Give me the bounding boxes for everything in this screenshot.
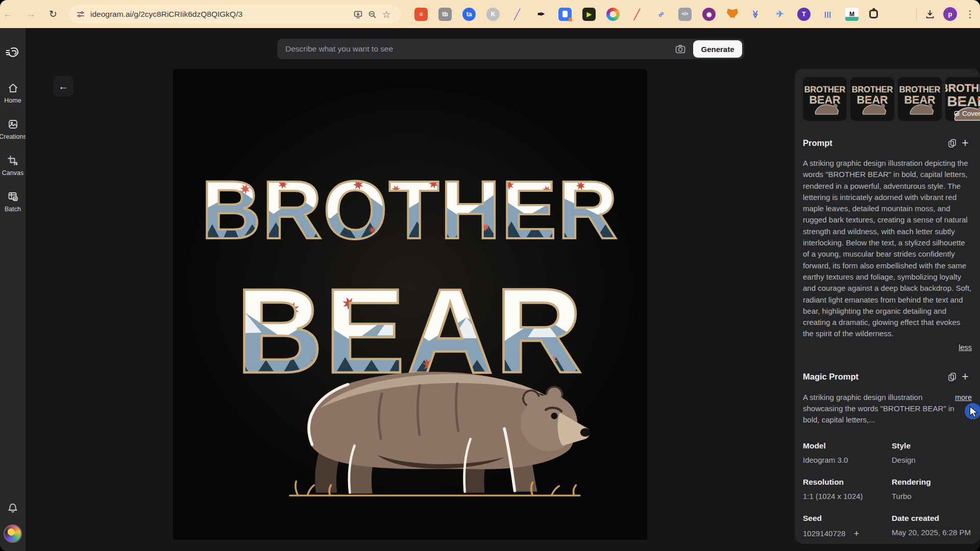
- metamask-icon[interactable]: [726, 9, 739, 20]
- zoom-out-icon[interactable]: [365, 10, 379, 19]
- meta-model: Model Ideogram 3.0: [803, 441, 892, 464]
- thumbnail-3[interactable]: [898, 77, 942, 121]
- toolbar-separator: [916, 9, 917, 20]
- sidebar-item-label: Canvas: [2, 169, 23, 177]
- notifications-bell-icon[interactable]: [7, 502, 19, 514]
- sidebar-item-creations[interactable]: Creations: [0, 118, 26, 140]
- sidebar-item-label: Batch: [5, 206, 21, 213]
- sidebar-item-batch[interactable]: Batch: [5, 191, 21, 213]
- meta-style: Style Design: [892, 441, 972, 464]
- purple-pen-icon[interactable]: ╱: [510, 8, 524, 21]
- ideogram-logo-icon[interactable]: [5, 45, 20, 61]
- magic-prompt-text: more A striking graphic design illustrat…: [803, 392, 972, 426]
- browser-profile-avatar[interactable]: p: [943, 7, 957, 21]
- copy-prompt-icon[interactable]: [945, 136, 959, 149]
- thumbnail-strip: Cover: [803, 77, 972, 121]
- play-icon[interactable]: ▶: [582, 8, 596, 21]
- meta-date-created: Date created May 20, 2025, 6:28 PM: [892, 514, 972, 539]
- browser-toolbar: ← → ↻ ideogram.ai/g/2cyc8RiCRIik6dzQ8QIG…: [0, 0, 980, 28]
- puzzle-icon[interactable]: [869, 10, 878, 18]
- browser-right-controls: p ⋮: [916, 0, 975, 28]
- chevrons-icon[interactable]: ≫: [749, 8, 763, 21]
- red-pen-icon[interactable]: ╱: [630, 8, 644, 21]
- sidebar-item-label: Home: [4, 97, 21, 104]
- screen: BROTHER BEAR ← → ↻ ideogram.ai/g/2cyc8Ri…: [0, 0, 980, 551]
- downloads-icon[interactable]: [925, 9, 935, 19]
- meta-rendering: Rendering Turbo: [892, 478, 972, 500]
- send-to-device-icon[interactable]: [351, 10, 365, 19]
- eye-icon[interactable]: ◉: [702, 8, 716, 21]
- sidebar-bottom: [0, 502, 26, 543]
- browser-back-icon[interactable]: ←: [3, 9, 13, 19]
- generate-button[interactable]: Generate: [693, 40, 742, 58]
- m-icon[interactable]: M: [845, 8, 859, 21]
- details-panel: Cover Prompt + A striking graphic design…: [795, 69, 980, 544]
- cover-badge: Cover: [945, 110, 980, 117]
- eyedropper-icon[interactable]: ✒: [534, 8, 548, 21]
- ta-icon[interactable]: ta: [462, 8, 476, 21]
- thumbnail-1[interactable]: [803, 77, 847, 121]
- browser-menu-icon[interactable]: ⋮: [965, 9, 975, 19]
- meta-resolution: Resolution 1:1 (1024 x 1024): [803, 478, 892, 500]
- sidebar-item-canvas[interactable]: Canvas: [2, 155, 23, 177]
- color-wheel-icon[interactable]: [606, 8, 620, 21]
- home-icon: [7, 82, 19, 94]
- fist-icon[interactable]: [558, 8, 572, 21]
- meta-seed: Seed 1029140728 +: [803, 514, 892, 539]
- sidebar: Home Creations Canvas Batch: [0, 28, 26, 551]
- artwork-title-line1: BROTHER: [202, 164, 619, 256]
- link-icon[interactable]: ∞: [652, 5, 671, 23]
- image-icon: [7, 118, 19, 130]
- user-avatar[interactable]: [4, 524, 22, 543]
- prompt-text: A striking graphic design illustration d…: [803, 158, 972, 340]
- thumbnail-2[interactable]: [850, 77, 894, 121]
- prompt-input[interactable]: Describe what you want to see Generate: [277, 39, 744, 59]
- copy-magic-prompt-icon[interactable]: [945, 370, 959, 384]
- grid-icon: [7, 191, 19, 203]
- sidebar-item-label: Creations: [0, 133, 26, 140]
- thumbnail-4-cover[interactable]: Cover: [945, 77, 980, 121]
- magic-prompt-section-header: Magic Prompt +: [803, 370, 972, 384]
- plane-icon[interactable]: ✈: [773, 8, 787, 21]
- prompt-section-title: Prompt: [803, 138, 945, 148]
- sidebar-item-home[interactable]: Home: [4, 82, 21, 104]
- collapse-prompt-link[interactable]: less: [959, 343, 972, 352]
- prompt-placeholder: Describe what you want to see: [285, 44, 675, 54]
- magic-prompt-section-title: Magic Prompt: [803, 372, 945, 382]
- add-prompt-icon[interactable]: +: [959, 136, 972, 149]
- code-icon[interactable]: </>: [678, 8, 692, 21]
- t-icon[interactable]: T: [797, 8, 811, 21]
- seed-plus-button[interactable]: +: [853, 528, 859, 539]
- cover-image-icon: [954, 111, 960, 116]
- back-button[interactable]: ←: [53, 76, 74, 96]
- bookmark-star-icon[interactable]: ☆: [379, 9, 394, 20]
- prompt-collapse-row: less: [803, 343, 972, 352]
- bars-icon[interactable]: |||: [821, 8, 835, 21]
- metadata-grid: Model Ideogram 3.0 Style Design Resoluti…: [803, 441, 972, 539]
- crop-icon: [7, 155, 18, 166]
- prompt-section-header: Prompt +: [803, 136, 972, 149]
- generated-image[interactable]: BROTHER BEAR: [173, 69, 647, 540]
- expand-magic-prompt-link[interactable]: more: [955, 392, 972, 403]
- browser-nav-buttons: ← → ↻: [0, 9, 66, 19]
- image-upload-camera-icon[interactable]: [675, 43, 686, 55]
- browser-forward-icon[interactable]: →: [26, 9, 36, 19]
- k-icon[interactable]: K: [486, 8, 500, 21]
- add-magic-prompt-icon[interactable]: +: [959, 370, 972, 384]
- todoist-icon[interactable]: ≡: [414, 8, 428, 21]
- browser-reload-icon[interactable]: ↻: [49, 9, 57, 19]
- extensions-bar: ≡tbtaK╱✒▶╱∞</>◉≫✈T|||M: [414, 0, 878, 28]
- address-bar[interactable]: ideogram.ai/g/2cyc8RiCRIik6dzQ8QIGkQ/3 ☆: [69, 5, 401, 23]
- tb-icon[interactable]: tb: [438, 8, 452, 21]
- site-info-icon[interactable]: [76, 10, 85, 19]
- url-text: ideogram.ai/g/2cyc8RiCRIik6dzQ8QIGkQ/3: [90, 10, 351, 19]
